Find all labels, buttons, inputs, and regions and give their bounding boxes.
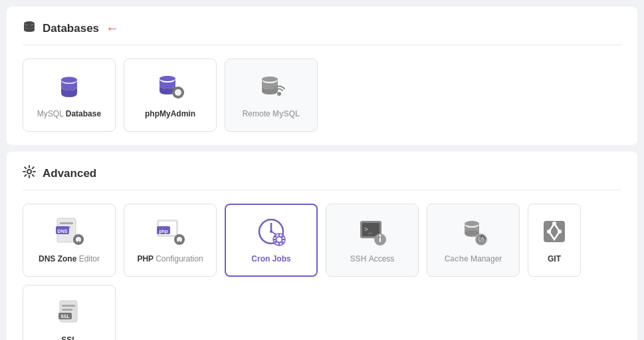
svg-text:php: php: [160, 229, 168, 234]
ssh-icon: >_: [356, 216, 388, 248]
phpmyadmin-label: phpMyAdmin: [145, 109, 195, 120]
svg-rect-69: [62, 309, 72, 311]
svg-point-59: [465, 230, 479, 236]
svg-rect-7: [172, 92, 175, 93]
databases-icon: [23, 20, 36, 37]
svg-rect-8: [181, 92, 184, 93]
svg-text:SSL: SSL: [60, 314, 70, 319]
advanced-header: Advanced: [23, 165, 621, 190]
svg-rect-27: [81, 239, 84, 240]
ssl-icon: SSL: [53, 297, 85, 329]
cron-icon: [255, 216, 287, 248]
svg-point-4: [175, 89, 181, 96]
remote-mysql-card[interactable]: Remote MySQL: [225, 59, 318, 132]
advanced-cards-grid: DNS DNS Zone Editor: [23, 204, 621, 277]
ssh-access-label: SSH Access: [350, 254, 395, 265]
cache-manager-label: Cache Manager: [445, 254, 502, 265]
ssh-access-card[interactable]: >_ SSH Access: [326, 204, 419, 277]
svg-point-14: [277, 92, 281, 96]
svg-rect-18: [60, 222, 73, 224]
svg-rect-37: [182, 239, 185, 240]
svg-point-58: [465, 221, 479, 226]
back-arrow[interactable]: ←: [106, 21, 119, 36]
php-icon: php: [154, 216, 186, 248]
git-label: GIT: [548, 254, 561, 265]
svg-rect-47: [282, 239, 285, 240]
ssl-card[interactable]: SSL SSL: [23, 285, 116, 340]
svg-rect-36: [174, 239, 177, 240]
ssl-cards-grid: SSL SSL: [23, 285, 621, 340]
cron-jobs-card[interactable]: Cron Jobs: [225, 204, 318, 277]
mysql-database-label: MySQL Database: [37, 109, 101, 120]
svg-rect-6: [177, 96, 179, 98]
svg-point-64: [547, 230, 551, 234]
phpmyadmin-card[interactable]: phpMyAdmin: [124, 59, 217, 132]
databases-cards-grid: MySQL Database: [23, 59, 621, 132]
cron-jobs-label: Cron Jobs: [251, 254, 290, 265]
mysql-icon: [53, 71, 85, 102]
svg-rect-5: [177, 86, 179, 89]
git-icon: [538, 216, 570, 248]
phpmyadmin-icon: [154, 71, 186, 102]
svg-point-1: [61, 77, 77, 83]
svg-point-0: [24, 21, 35, 25]
svg-rect-24: [78, 234, 79, 237]
ssl-label: SSL: [61, 335, 76, 340]
dns-zone-editor-label: DNS Zone Editor: [39, 254, 100, 265]
svg-rect-68: [62, 305, 75, 307]
php-configuration-card[interactable]: php PHP Configuration: [124, 204, 217, 277]
svg-rect-35: [179, 241, 180, 244]
databases-header: Databases ←: [23, 20, 621, 45]
svg-rect-46: [273, 239, 276, 240]
cache-icon: [457, 216, 489, 248]
svg-point-13: [262, 77, 278, 82]
svg-rect-34: [179, 234, 180, 237]
dns-icon: DNS: [53, 216, 85, 248]
advanced-title: Advanced: [43, 167, 96, 180]
php-configuration-label: PHP Configuration: [137, 254, 203, 265]
svg-text:DNS: DNS: [58, 229, 68, 234]
svg-rect-57: [379, 238, 381, 242]
svg-text:>_: >_: [364, 226, 373, 234]
dns-zone-editor-card[interactable]: DNS DNS Zone Editor: [23, 204, 116, 277]
databases-section: Databases ← MySQL Database: [7, 7, 637, 145]
advanced-section: Advanced DNS: [7, 152, 637, 340]
advanced-icon: [23, 165, 36, 182]
svg-rect-45: [278, 243, 280, 246]
svg-point-56: [379, 235, 381, 237]
cache-manager-card[interactable]: Cache Manager: [427, 204, 520, 277]
svg-point-2: [160, 76, 175, 81]
svg-point-15: [27, 170, 31, 174]
svg-rect-25: [78, 241, 79, 244]
git-card[interactable]: GIT: [528, 204, 581, 277]
svg-point-65: [558, 230, 562, 234]
remote-mysql-label: Remote MySQL: [243, 109, 300, 120]
remote-mysql-icon: [255, 71, 287, 102]
svg-rect-26: [73, 239, 76, 240]
svg-point-66: [552, 222, 556, 226]
databases-title: Databases: [43, 22, 99, 35]
svg-rect-44: [278, 234, 280, 236]
mysql-database-card[interactable]: MySQL Database: [23, 59, 116, 132]
